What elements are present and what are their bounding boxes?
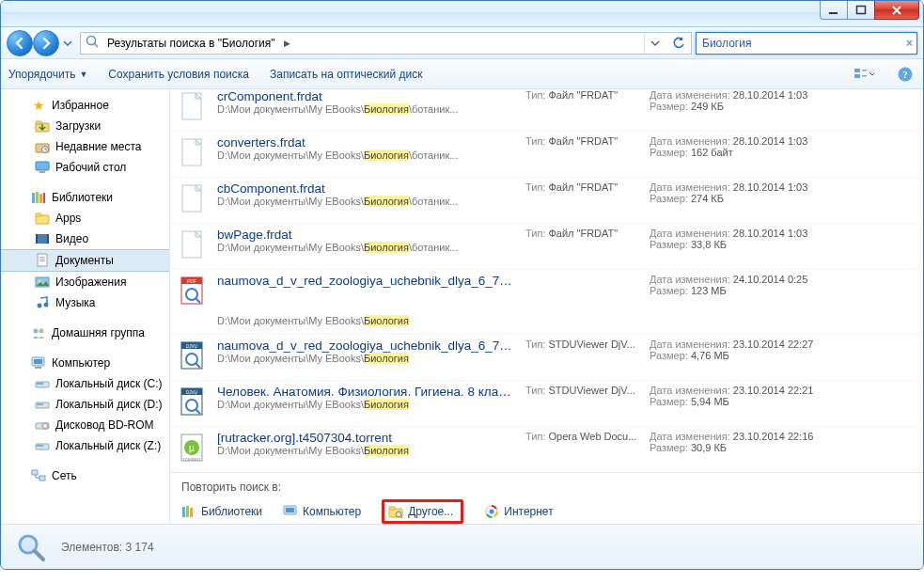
file-path: D:\Мои документы\My EBooks\Биология <box>217 315 409 326</box>
svg-rect-6 <box>862 75 867 77</box>
file-size: Размер: 30,9 КБ <box>650 442 914 453</box>
window-close-button[interactable] <box>874 1 919 20</box>
sidebar-item-drive-z[interactable]: Локальный диск (Z:) <box>1 435 169 456</box>
search-again-label: Другое... <box>408 505 453 518</box>
toolbar-organize[interactable]: Упорядочить ▼ <box>8 68 87 81</box>
toolbar-save-search[interactable]: Сохранить условия поиска <box>108 68 249 81</box>
svg-point-43 <box>44 425 46 427</box>
search-again-computer[interactable]: Компьютер <box>283 504 361 519</box>
result-row[interactable]: bwPage.frdatD:\Мои документы\My EBooks\Б… <box>170 223 923 269</box>
file-type-icon <box>178 228 208 261</box>
search-clear-button[interactable]: × <box>906 37 913 50</box>
help-button[interactable]: ? <box>895 64 916 85</box>
address-bar[interactable]: Результаты поиска в "Биология" ▶ <box>80 32 692 55</box>
svg-point-29 <box>39 280 41 283</box>
sidebar-favorites-group: ★ Избранное Загрузки Недавние места Рабо… <box>1 95 169 178</box>
address-dropdown-button[interactable] <box>644 33 665 54</box>
file-name: naumova_d_v_red_zoologiya_uchebnik_dlya_… <box>217 274 516 288</box>
sidebar-computer-label: Компьютер <box>52 356 110 370</box>
nav-back-button[interactable] <box>7 30 33 56</box>
svg-rect-68 <box>182 507 185 517</box>
search-again-custom[interactable]: Другое... <box>382 499 463 524</box>
sidebar-computer-header[interactable]: Компьютер <box>1 353 169 373</box>
search-again-internet[interactable]: Интернет <box>484 504 553 519</box>
svg-text:PDF: PDF <box>187 278 196 284</box>
file-name: bwPage.frdat <box>217 228 516 242</box>
file-type: Тип: Файл "FRDAT" <box>525 228 640 239</box>
sidebar-item-drive-c[interactable]: Локальный диск (C:) <box>1 373 169 394</box>
sidebar-item-label: Локальный диск (D:) <box>55 398 163 411</box>
sidebar-network-group: Сеть <box>1 465 169 486</box>
status-text: Элементов: 3 174 <box>61 541 154 554</box>
sidebar-item-downloads[interactable]: Загрузки <box>1 116 169 136</box>
svg-rect-3 <box>854 69 860 72</box>
favorites-icon: ★ <box>31 98 46 113</box>
result-row[interactable]: PDFnaumova_d_v_red_zoologiya_uchebnik_dl… <box>170 269 923 315</box>
svg-rect-38 <box>37 383 43 385</box>
result-row-path: D:\Мои документы\My EBooks\Биология <box>170 315 923 334</box>
file-name: naumova_d_v_red_zoologiya_uchebnik_dlya_… <box>217 339 516 353</box>
sidebar-network-header[interactable]: Сеть <box>1 465 169 486</box>
sidebar-homegroup-header[interactable]: Домашняя группа <box>1 323 169 343</box>
result-row[interactable]: DJVUЧеловек. Анатомия. Физиология. Гигие… <box>170 380 923 426</box>
sidebar-item-label: Изображения <box>55 276 126 289</box>
breadcrumb-text[interactable]: Результаты поиска в "Биология" <box>105 37 277 50</box>
result-row[interactable]: crComponent.frdatD:\Мои документы\My EBo… <box>170 89 923 131</box>
svg-rect-23 <box>47 234 49 244</box>
file-type-icon <box>178 89 208 123</box>
sidebar-item-label: Дисковод BD-ROM <box>55 418 154 432</box>
file-path: D:\Мои документы\My EBooks\Биология <box>217 353 516 364</box>
sidebar-item-music[interactable]: Музыка <box>1 292 169 313</box>
toolbar-organize-label: Упорядочить <box>8 68 75 81</box>
file-size: Размер: 4,76 МБ <box>650 350 914 361</box>
result-row[interactable]: µTORRENT[rutracker.org].t4507304.torrent… <box>170 426 923 472</box>
sidebar-item-recent[interactable]: Недавние места <box>1 136 169 157</box>
sidebar-favorites-header[interactable]: ★ Избранное <box>1 95 169 116</box>
result-row[interactable]: converters.frdatD:\Мои документы\My EBoo… <box>170 131 923 177</box>
folder-icon <box>35 211 50 226</box>
svg-rect-40 <box>37 403 43 405</box>
sidebar-network-label: Сеть <box>52 469 77 482</box>
svg-rect-74 <box>389 507 395 510</box>
window-minimize-button[interactable] <box>820 1 848 20</box>
sidebar-item-desktop[interactable]: Рабочий стол <box>1 157 169 178</box>
file-name: converters.frdat <box>217 135 516 150</box>
search-again-title: Повторить поиск в: <box>181 481 912 494</box>
sidebar-item-label: Недавние места <box>55 140 141 153</box>
documents-icon <box>35 253 50 268</box>
file-date: Дата изменения: 24.10.2014 0:25 <box>650 274 914 285</box>
address-refresh-button[interactable] <box>668 33 689 54</box>
window-maximize-button[interactable] <box>847 1 875 20</box>
sidebar-libraries-header[interactable]: Библиотеки <box>1 187 169 208</box>
sidebar-item-label: Документы <box>55 254 114 267</box>
result-row[interactable]: DJVUnaumova_d_v_red_zoologiya_uchebnik_d… <box>170 334 923 380</box>
file-type: Тип: STDUViewer DjV... <box>525 385 640 396</box>
svg-rect-69 <box>186 506 189 517</box>
svg-rect-45 <box>37 445 43 447</box>
svg-point-30 <box>38 304 42 308</box>
toolbar-burn[interactable]: Записать на оптический диск <box>270 68 423 81</box>
svg-text:DJVU: DJVU <box>186 390 197 395</box>
sidebar-item-bdrom[interactable]: Дисковод BD-ROM <box>1 415 169 435</box>
search-box[interactable]: × <box>696 32 917 55</box>
search-input[interactable] <box>700 36 902 51</box>
sidebar-item-documents[interactable]: Документы <box>1 249 169 272</box>
view-options-button[interactable] <box>854 64 874 85</box>
nav-forward-button[interactable] <box>33 30 59 56</box>
disc-drive-icon <box>35 418 50 433</box>
libraries-icon <box>31 190 46 205</box>
sidebar-item-apps[interactable]: Apps <box>1 208 169 228</box>
sidebar-homegroup-label: Домашняя группа <box>52 326 145 339</box>
svg-rect-17 <box>39 194 42 203</box>
sidebar-item-pictures[interactable]: Изображения <box>1 272 169 292</box>
svg-rect-26 <box>39 259 45 260</box>
sidebar-computer-group: Компьютер Локальный диск (C:) Локальный … <box>1 353 169 456</box>
result-row[interactable]: cbComponent.frdatD:\Мои документы\My EBo… <box>170 177 923 223</box>
svg-text:?: ? <box>902 69 908 80</box>
nav-history-dropdown[interactable] <box>59 30 76 56</box>
sidebar-item-videos[interactable]: Видео <box>1 228 169 249</box>
search-again-libraries[interactable]: Библиотеки <box>181 504 262 519</box>
sidebar-item-drive-d[interactable]: Локальный диск (D:) <box>1 394 169 415</box>
breadcrumb-chevron-icon[interactable]: ▶ <box>281 39 293 48</box>
sidebar-item-label: Загрузки <box>55 119 101 133</box>
